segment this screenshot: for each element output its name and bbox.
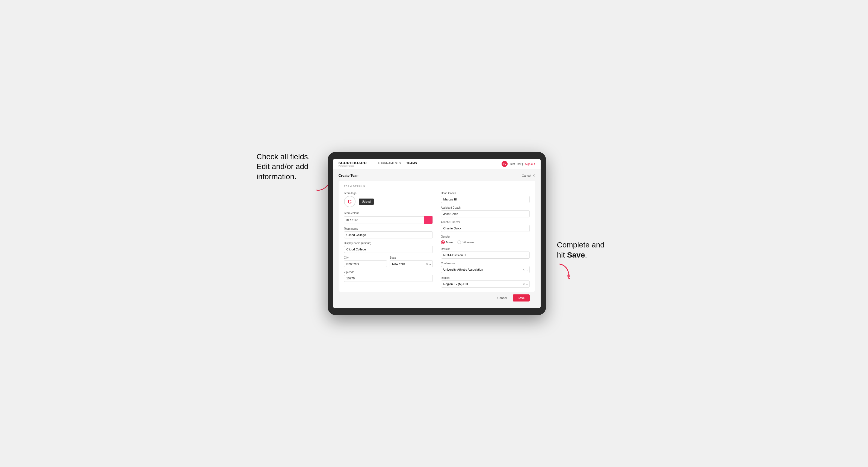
section-label: TEAM DETAILS (344, 185, 530, 188)
city-state-row: City State New York Californi (344, 256, 433, 268)
assistant-coach-input[interactable] (441, 210, 530, 217)
region-group: Region Region II - (M) DIII ✕ ⌄ (441, 276, 530, 287)
conference-label: Conference (441, 262, 530, 265)
zip-group: Zip code (344, 271, 433, 282)
logo-area: SCOREBOARD Powered by clippd (339, 161, 367, 167)
head-coach-group: Head Coach (441, 192, 530, 203)
user-avatar: TU (502, 161, 507, 167)
state-clear-icon[interactable]: ✕ (426, 262, 428, 266)
team-logo-label: Team logo (344, 192, 433, 195)
athletic-director-group: Athletic Director (441, 221, 530, 232)
arrow-down-right-icon (557, 263, 574, 285)
form-columns: Team logo C Upload Team colo (344, 192, 530, 287)
header-cancel-button[interactable]: Cancel ✕ (522, 174, 535, 178)
logo-preview: C (344, 196, 355, 207)
state-group: State New York California Texas (390, 256, 433, 268)
region-label: Region (441, 276, 530, 279)
page-header: Create Team Cancel ✕ (339, 174, 535, 178)
nav-tournaments[interactable]: TOURNAMENTS (378, 161, 401, 166)
division-group: Division NCAA Division III NCAA Division… (441, 247, 530, 259)
close-icon: ✕ (532, 174, 535, 178)
athletic-director-label: Athletic Director (441, 221, 530, 224)
annotation-left: Check all fields. Edit and/or add inform… (257, 152, 317, 182)
signout-link[interactable]: Sign out (525, 162, 535, 165)
save-button[interactable]: Save (513, 294, 530, 302)
region-clear-icon[interactable]: ✕ (523, 283, 525, 286)
zip-input[interactable] (344, 275, 433, 282)
region-select-wrapper: Region II - (M) DIII ✕ ⌄ (441, 280, 530, 287)
head-coach-input[interactable] (441, 196, 530, 203)
assistant-coach-group: Assistant Coach (441, 206, 530, 217)
app-logo: SCOREBOARD (339, 161, 367, 165)
conference-clear-icon[interactable]: ✕ (523, 268, 525, 271)
form-card: TEAM DETAILS Team logo C (339, 181, 535, 292)
zip-label: Zip code (344, 271, 433, 274)
team-name-label: Team name (344, 227, 433, 230)
athletic-director-input[interactable] (441, 225, 530, 232)
page-title: Create Team (339, 174, 360, 178)
assistant-coach-label: Assistant Coach (441, 206, 530, 209)
state-select-wrapper: New York California Texas ✕ ⌄ (390, 260, 433, 268)
color-input-wrapper (344, 216, 433, 224)
city-input[interactable] (344, 260, 387, 268)
gender-group: Gender Mens Womens (441, 235, 530, 244)
left-column: Team logo C Upload Team colo (344, 192, 433, 287)
logo-subtitle: Powered by clippd (339, 165, 367, 167)
gender-mens-option[interactable]: Mens (441, 240, 454, 244)
conference-select-wrapper: University Athletic Association ✕ ⌄ (441, 266, 530, 273)
conference-select[interactable]: University Athletic Association (441, 266, 530, 273)
team-name-input[interactable] (344, 231, 433, 239)
annotation-right: Complete and hit Save. (557, 240, 612, 315)
logo-upload-area: C Upload (344, 196, 433, 207)
svg-marker-1 (567, 276, 570, 280)
user-label: Test User | (510, 162, 523, 165)
gender-womens-option[interactable]: Womens (457, 240, 474, 244)
cancel-button[interactable]: Cancel (494, 295, 510, 301)
team-colour-group: Team colour (344, 212, 433, 224)
gender-radio-group: Mens Womens (441, 240, 530, 244)
nav-links: TOURNAMENTS TEAMS (378, 161, 417, 166)
logo-letter: C (348, 198, 351, 205)
main-content: Create Team Cancel ✕ TEAM DETAILS (333, 169, 540, 308)
gender-label: Gender (441, 235, 530, 238)
upload-button[interactable]: Upload (359, 198, 374, 205)
head-coach-label: Head Coach (441, 192, 530, 195)
tablet-frame: SCOREBOARD Powered by clippd TOURNAMENTS… (328, 152, 546, 315)
color-swatch[interactable] (424, 216, 433, 224)
display-name-label: Display name (unique) (344, 242, 433, 245)
city-label: City (344, 256, 387, 259)
division-select-wrapper: NCAA Division III NCAA Division II NCAA … (441, 251, 530, 259)
conference-group: Conference University Athletic Associati… (441, 262, 530, 273)
region-select[interactable]: Region II - (M) DIII (441, 280, 530, 287)
division-label: Division (441, 247, 530, 250)
womens-label: Womens (463, 241, 474, 244)
right-column: Head Coach Assistant Coach Athletic Dire… (441, 192, 530, 287)
nav-teams[interactable]: TEAMS (406, 161, 417, 166)
tablet-screen: SCOREBOARD Powered by clippd TOURNAMENTS… (333, 159, 540, 308)
display-name-input[interactable] (344, 246, 433, 253)
team-logo-group: Team logo C Upload (344, 192, 433, 208)
city-group: City (344, 256, 387, 268)
team-colour-input[interactable] (344, 216, 424, 223)
form-footer: Cancel Save (339, 292, 535, 304)
nav-right: TU Test User | Sign out (502, 161, 535, 167)
team-colour-label: Team colour (344, 212, 433, 215)
team-name-group: Team name (344, 227, 433, 239)
display-name-group: Display name (unique) (344, 242, 433, 253)
mens-label: Mens (446, 241, 454, 244)
mens-radio-dot[interactable] (441, 240, 445, 244)
womens-radio-dot[interactable] (457, 240, 461, 244)
arrow-right-area (557, 263, 612, 288)
state-label: State (390, 256, 433, 259)
city-state-section: City State New York Californi (344, 256, 433, 268)
division-select[interactable]: NCAA Division III NCAA Division II NCAA … (441, 251, 530, 259)
navbar: SCOREBOARD Powered by clippd TOURNAMENTS… (333, 159, 540, 169)
